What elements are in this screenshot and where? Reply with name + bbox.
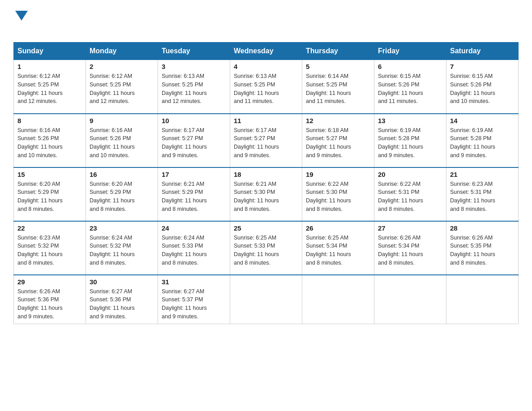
calendar-cell: 5Sunrise: 6:14 AMSunset: 5:25 PMDaylight…	[302, 60, 374, 114]
calendar-week-row: 22Sunrise: 6:23 AMSunset: 5:32 PMDayligh…	[14, 221, 519, 275]
day-number: 9	[90, 117, 154, 124]
day-info: Sunrise: 6:14 AMSunset: 5:25 PMDaylight:…	[306, 72, 370, 106]
day-number: 13	[378, 117, 442, 124]
header-sunday: Sunday	[14, 43, 86, 60]
day-number: 21	[450, 171, 515, 178]
calendar-cell: 27Sunrise: 6:26 AMSunset: 5:34 PMDayligh…	[374, 221, 446, 275]
day-number: 2	[90, 63, 154, 70]
day-number: 16	[90, 171, 154, 178]
day-info: Sunrise: 6:16 AMSunset: 5:26 PMDaylight:…	[17, 126, 82, 160]
day-number: 18	[234, 171, 298, 178]
calendar-cell: 13Sunrise: 6:19 AMSunset: 5:28 PMDayligh…	[374, 114, 446, 167]
header-saturday: Saturday	[446, 43, 519, 60]
calendar-table: SundayMondayTuesdayWednesdayThursdayFrid…	[13, 42, 519, 324]
calendar-cell: 7Sunrise: 6:15 AMSunset: 5:26 PMDaylight…	[446, 60, 519, 114]
day-number: 1	[17, 63, 82, 70]
day-info: Sunrise: 6:21 AMSunset: 5:30 PMDaylight:…	[234, 180, 298, 214]
day-info: Sunrise: 6:27 AMSunset: 5:36 PMDaylight:…	[90, 287, 154, 321]
day-info: Sunrise: 6:19 AMSunset: 5:28 PMDaylight:…	[450, 126, 515, 160]
day-info: Sunrise: 6:24 AMSunset: 5:32 PMDaylight:…	[90, 234, 154, 267]
day-number: 11	[234, 117, 298, 124]
day-number: 14	[450, 117, 515, 124]
day-number: 31	[162, 278, 226, 286]
day-info: Sunrise: 6:13 AMSunset: 5:25 PMDaylight:…	[234, 72, 298, 106]
calendar-cell: 31Sunrise: 6:27 AMSunset: 5:37 PMDayligh…	[158, 275, 230, 324]
calendar-cell: 4Sunrise: 6:13 AMSunset: 5:25 PMDaylight…	[230, 60, 302, 114]
calendar-cell: 3Sunrise: 6:13 AMSunset: 5:25 PMDaylight…	[158, 60, 230, 114]
calendar-cell: 29Sunrise: 6:26 AMSunset: 5:36 PMDayligh…	[14, 275, 86, 324]
calendar-cell: 17Sunrise: 6:21 AMSunset: 5:29 PMDayligh…	[158, 167, 230, 221]
day-number: 10	[162, 117, 226, 124]
calendar-cell: 25Sunrise: 6:25 AMSunset: 5:33 PMDayligh…	[230, 221, 302, 275]
calendar-cell: 14Sunrise: 6:19 AMSunset: 5:28 PMDayligh…	[446, 114, 519, 167]
day-number: 19	[306, 171, 370, 178]
day-number: 4	[234, 63, 298, 70]
calendar-cell: 19Sunrise: 6:22 AMSunset: 5:30 PMDayligh…	[302, 167, 374, 221]
calendar-cell: 11Sunrise: 6:17 AMSunset: 5:27 PMDayligh…	[230, 114, 302, 167]
day-info: Sunrise: 6:23 AMSunset: 5:31 PMDaylight:…	[450, 180, 515, 214]
day-number: 22	[17, 224, 82, 232]
calendar-cell: 12Sunrise: 6:18 AMSunset: 5:27 PMDayligh…	[302, 114, 374, 167]
day-number: 6	[378, 63, 442, 70]
day-info: Sunrise: 6:15 AMSunset: 5:26 PMDaylight:…	[450, 72, 515, 106]
day-number: 24	[162, 224, 226, 232]
calendar-week-row: 15Sunrise: 6:20 AMSunset: 5:29 PMDayligh…	[14, 167, 519, 221]
header-friday: Friday	[374, 43, 446, 60]
calendar-cell: 26Sunrise: 6:25 AMSunset: 5:34 PMDayligh…	[302, 221, 374, 275]
day-number: 28	[450, 224, 515, 232]
day-info: Sunrise: 6:19 AMSunset: 5:28 PMDaylight:…	[378, 126, 442, 160]
calendar-cell: 15Sunrise: 6:20 AMSunset: 5:29 PMDayligh…	[14, 167, 86, 221]
calendar-cell: 20Sunrise: 6:22 AMSunset: 5:31 PMDayligh…	[374, 167, 446, 221]
day-info: Sunrise: 6:22 AMSunset: 5:31 PMDaylight:…	[378, 180, 442, 214]
day-number: 5	[306, 63, 370, 70]
calendar-cell: 1Sunrise: 6:12 AMSunset: 5:25 PMDaylight…	[14, 60, 86, 114]
calendar-cell	[302, 275, 374, 324]
calendar-cell	[374, 275, 446, 324]
day-number: 15	[17, 171, 82, 178]
day-info: Sunrise: 6:22 AMSunset: 5:30 PMDaylight:…	[306, 180, 370, 214]
calendar-cell: 8Sunrise: 6:16 AMSunset: 5:26 PMDaylight…	[14, 114, 86, 167]
day-number: 3	[162, 63, 226, 70]
calendar-cell	[446, 275, 519, 324]
calendar-cell: 6Sunrise: 6:15 AMSunset: 5:26 PMDaylight…	[374, 60, 446, 114]
day-info: Sunrise: 6:17 AMSunset: 5:27 PMDaylight:…	[234, 126, 298, 160]
calendar-cell: 30Sunrise: 6:27 AMSunset: 5:36 PMDayligh…	[86, 275, 158, 324]
day-info: Sunrise: 6:13 AMSunset: 5:25 PMDaylight:…	[162, 72, 226, 106]
day-info: Sunrise: 6:18 AMSunset: 5:27 PMDaylight:…	[306, 126, 370, 160]
calendar-cell: 18Sunrise: 6:21 AMSunset: 5:30 PMDayligh…	[230, 167, 302, 221]
calendar-week-row: 8Sunrise: 6:16 AMSunset: 5:26 PMDaylight…	[14, 114, 519, 167]
day-number: 12	[306, 117, 370, 124]
calendar-cell: 24Sunrise: 6:24 AMSunset: 5:33 PMDayligh…	[158, 221, 230, 275]
day-number: 29	[17, 278, 82, 286]
calendar-cell: 9Sunrise: 6:16 AMSunset: 5:26 PMDaylight…	[86, 114, 158, 167]
day-number: 8	[17, 117, 82, 124]
day-number: 20	[378, 171, 442, 178]
day-info: Sunrise: 6:23 AMSunset: 5:32 PMDaylight:…	[17, 234, 82, 267]
day-info: Sunrise: 6:25 AMSunset: 5:34 PMDaylight:…	[306, 234, 370, 267]
calendar-cell: 21Sunrise: 6:23 AMSunset: 5:31 PMDayligh…	[446, 167, 519, 221]
calendar-cell: 23Sunrise: 6:24 AMSunset: 5:32 PMDayligh…	[86, 221, 158, 275]
day-info: Sunrise: 6:26 AMSunset: 5:35 PMDaylight:…	[450, 234, 515, 267]
calendar-week-row: 1Sunrise: 6:12 AMSunset: 5:25 PMDaylight…	[14, 60, 519, 114]
day-number: 27	[378, 224, 442, 232]
day-info: Sunrise: 6:12 AMSunset: 5:25 PMDaylight:…	[17, 72, 82, 106]
day-info: Sunrise: 6:12 AMSunset: 5:25 PMDaylight:…	[90, 72, 154, 106]
day-number: 7	[450, 63, 515, 70]
page-header: General	[13, 9, 519, 33]
day-info: Sunrise: 6:15 AMSunset: 5:26 PMDaylight:…	[378, 72, 442, 106]
day-info: Sunrise: 6:26 AMSunset: 5:34 PMDaylight:…	[378, 234, 442, 267]
day-info: Sunrise: 6:24 AMSunset: 5:33 PMDaylight:…	[162, 234, 226, 267]
calendar-cell: 16Sunrise: 6:20 AMSunset: 5:29 PMDayligh…	[86, 167, 158, 221]
calendar-cell: 22Sunrise: 6:23 AMSunset: 5:32 PMDayligh…	[14, 221, 86, 275]
calendar-week-row: 29Sunrise: 6:26 AMSunset: 5:36 PMDayligh…	[14, 275, 519, 324]
calendar-cell: 28Sunrise: 6:26 AMSunset: 5:35 PMDayligh…	[446, 221, 519, 275]
day-info: Sunrise: 6:26 AMSunset: 5:36 PMDaylight:…	[17, 287, 82, 321]
header-monday: Monday	[86, 43, 158, 60]
day-info: Sunrise: 6:21 AMSunset: 5:29 PMDaylight:…	[162, 180, 226, 214]
calendar-cell	[230, 275, 302, 324]
day-number: 26	[306, 224, 370, 232]
day-number: 25	[234, 224, 298, 232]
calendar-header-row: SundayMondayTuesdayWednesdayThursdayFrid…	[14, 43, 519, 60]
calendar-cell: 2Sunrise: 6:12 AMSunset: 5:25 PMDaylight…	[86, 60, 158, 114]
day-number: 17	[162, 171, 226, 178]
